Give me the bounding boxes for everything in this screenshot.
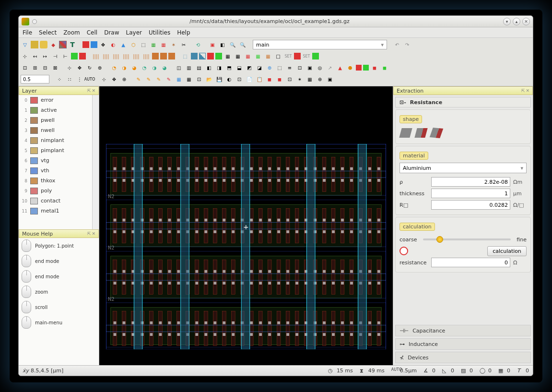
section-inductance[interactable]: ⊶ Inductance <box>395 338 531 350</box>
tool-icon[interactable]: ◆ <box>49 40 58 49</box>
tool-icon[interactable]: ▦ <box>185 75 193 83</box>
menu-cell[interactable]: Cell <box>87 29 97 36</box>
panel-pin-icon[interactable]: ⇱ <box>521 88 525 93</box>
tool-icon[interactable]: ◐ <box>109 40 117 49</box>
menu-help[interactable]: Help <box>177 29 190 36</box>
tool-icon[interactable]: ◕ <box>160 63 169 72</box>
layer-row[interactable]: 4nimplant <box>19 135 99 145</box>
tool-icon[interactable] <box>79 53 86 59</box>
tool-icon[interactable] <box>363 65 369 71</box>
tool-icon[interactable]: ⬡ <box>129 40 138 49</box>
tool-icon[interactable] <box>356 65 362 71</box>
tool-icon[interactable]: ▲ <box>119 40 128 49</box>
panel-pin-icon[interactable]: ⇱ <box>87 88 91 93</box>
tool-icon[interactable]: ⊣ <box>51 52 59 60</box>
menu-draw[interactable]: Draw <box>104 29 119 36</box>
tool-icon[interactable] <box>160 53 167 59</box>
zoom-out-icon[interactable]: 🔍 <box>238 40 247 49</box>
tool-icon[interactable]: □ <box>274 52 282 60</box>
tool-icon[interactable]: ⊹ <box>65 63 74 72</box>
tool-icon[interactable]: ✎ <box>144 75 153 83</box>
layout-canvas[interactable]: N2N2N2 + <box>99 86 393 365</box>
tool-icon[interactable] <box>40 41 47 48</box>
menu-utilities[interactable]: Utilities <box>149 29 170 36</box>
tool-icon[interactable]: ✎ <box>164 75 173 83</box>
tool-icon[interactable]: ↗ <box>326 63 334 72</box>
layer-row[interactable]: 1active <box>19 105 99 115</box>
rho-input[interactable] <box>431 177 510 187</box>
tool-icon[interactable]: ▦ <box>149 40 158 49</box>
folder-open-icon[interactable]: 📂 <box>205 75 213 83</box>
tool-icon[interactable]: ⬓ <box>235 63 244 72</box>
menu-layer[interactable]: Layer <box>126 29 142 36</box>
tool-icon[interactable]: ✥ <box>110 75 118 83</box>
tool-icon[interactable]: ◫ <box>175 63 183 72</box>
tool-icon[interactable]: ◩ <box>245 63 254 72</box>
tool-icon[interactable]: ✎ <box>134 75 143 83</box>
tool-icon[interactable]: |||| <box>112 52 120 60</box>
layer-row[interactable]: 5pimplant <box>19 145 99 155</box>
tool-icon[interactable]: ⊕ <box>316 75 324 83</box>
tool-icon[interactable]: ◧ <box>205 63 213 72</box>
tool-icon[interactable]: ↦ <box>41 52 49 60</box>
tool-icon[interactable]: ⊡ <box>21 63 29 72</box>
tool-icon[interactable]: |||| <box>102 52 110 60</box>
zoom-spinbox[interactable]: 0.5 <box>21 75 49 83</box>
minimize-button[interactable]: ▾ <box>503 18 511 25</box>
precision-slider[interactable] <box>423 238 511 240</box>
layer-row[interactable]: 8thkox <box>19 176 99 186</box>
tool-icon[interactable]: ▦ <box>223 52 232 60</box>
text-tool-icon[interactable]: T <box>68 40 77 49</box>
save-icon[interactable]: 💾 <box>215 75 223 83</box>
tool-icon[interactable]: ✶ <box>295 75 304 83</box>
tool-icon[interactable]: ⊕ <box>120 75 129 83</box>
shape-option-3[interactable] <box>430 128 443 138</box>
tool-icon[interactable]: |||| <box>142 52 151 60</box>
tool-icon[interactable]: SET <box>302 52 311 60</box>
tool-icon[interactable]: ⬒ <box>225 63 234 72</box>
tool-icon[interactable] <box>91 41 97 48</box>
tool-icon[interactable]: ◔ <box>140 63 149 72</box>
tool-icon[interactable]: ▤ <box>195 63 203 72</box>
tool-icon[interactable]: ▦ <box>264 52 272 60</box>
tool-icon[interactable]: ◑ <box>120 63 129 72</box>
tool-icon[interactable]: ⟲ <box>194 40 202 49</box>
tool-icon[interactable]: SET <box>284 52 293 60</box>
grid-icon[interactable]: ⁘ <box>55 75 64 83</box>
panel-close-icon[interactable]: ✕ <box>92 88 95 93</box>
tool-icon[interactable]: ⊕ <box>265 63 274 72</box>
tool-icon[interactable]: ↻ <box>85 63 94 72</box>
tool-icon[interactable]: ⊟ <box>41 63 49 72</box>
tool-icon[interactable]: ⊡ <box>235 75 244 83</box>
tool-icon[interactable]: ↤ <box>31 52 39 60</box>
move-tool-icon[interactable]: ✥ <box>99 40 107 49</box>
tool-icon[interactable]: ▦ <box>305 75 314 83</box>
tool-icon[interactable]: ⊢ <box>61 52 70 60</box>
tool-icon[interactable]: ▦ <box>244 52 252 60</box>
tool-icon[interactable] <box>71 53 78 59</box>
tool-icon[interactable] <box>152 53 159 59</box>
tool-icon[interactable]: ⊠ <box>51 63 59 72</box>
tool-icon[interactable]: ▣ <box>326 75 334 83</box>
tool-icon[interactable]: ▽ <box>21 40 29 49</box>
resistance-output[interactable] <box>431 258 510 267</box>
tool-icon[interactable]: ▣ <box>305 63 314 72</box>
tool-icon[interactable]: ✎ <box>154 75 163 83</box>
section-devices[interactable]: ⊀ Devices <box>395 352 531 363</box>
close-button[interactable]: ✕ <box>522 18 530 25</box>
layer-row[interactable]: 2pwell <box>19 115 99 125</box>
tool-icon[interactable]: ⬚ <box>139 40 148 49</box>
tool-icon[interactable]: ▣ <box>208 40 217 49</box>
layer-row[interactable]: 10contact <box>19 196 99 206</box>
tool-icon[interactable]: ◕ <box>130 63 139 72</box>
tool-icon[interactable]: |||| <box>122 52 130 60</box>
tool-icon[interactable]: ◔ <box>110 63 118 72</box>
tool-icon[interactable]: AUTO <box>85 75 94 83</box>
tool-icon[interactable]: ◐ <box>225 75 234 83</box>
tool-icon[interactable]: ⬣ <box>346 63 354 72</box>
tool-icon[interactable]: ⬚ <box>181 52 189 60</box>
tool-icon[interactable]: ▦ <box>159 40 168 49</box>
redo-icon[interactable]: ↷ <box>403 40 411 49</box>
tool-icon[interactable]: ✥ <box>75 63 84 72</box>
tool-icon[interactable]: |||| <box>92 52 100 60</box>
